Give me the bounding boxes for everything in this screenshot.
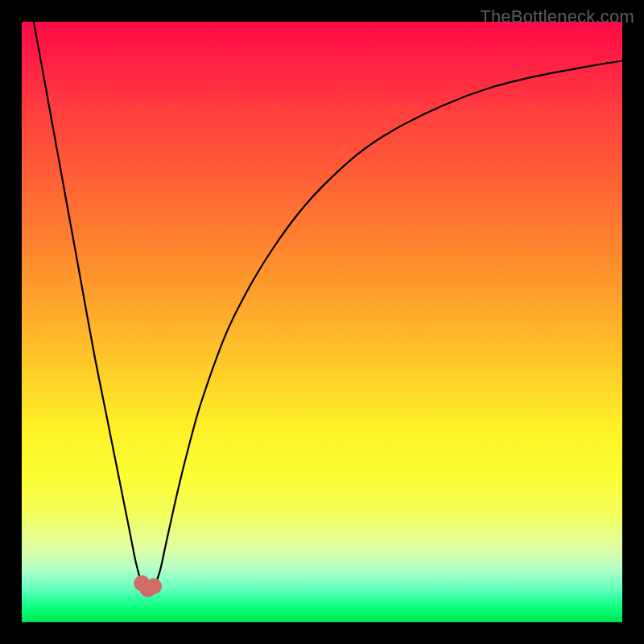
curve-layer <box>22 22 622 622</box>
plot-area <box>22 22 622 622</box>
chart-frame: TheBottleneck.com <box>0 0 644 644</box>
watermark-text: TheBottleneck.com <box>480 6 634 27</box>
bottleneck-curve <box>34 22 622 589</box>
marker-min-right <box>146 578 162 594</box>
